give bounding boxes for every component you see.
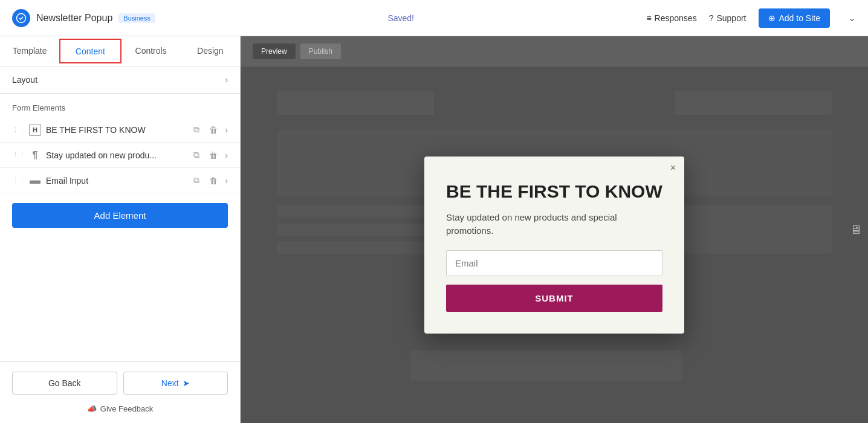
app-logo xyxy=(12,9,30,27)
popup-body: BE THE FIRST TO KNOW Stay updated on new… xyxy=(424,157,684,334)
popup-close-button[interactable]: × xyxy=(670,163,676,173)
business-badge: Business xyxy=(118,13,155,23)
element-row-heading[interactable]: ⋮⋮ H BE THE FIRST TO KNOW ⧉ 🗑 › xyxy=(0,117,240,143)
popup-overlay: × BE THE FIRST TO KNOW Stay updated on n… xyxy=(241,66,868,423)
add-icon: ⊕ xyxy=(768,13,776,23)
popup-title: BE THE FIRST TO KNOW xyxy=(446,181,662,202)
bottom-actions: Go Back Next ➤ xyxy=(0,361,240,404)
input-type-icon: ▬ xyxy=(29,175,41,187)
element-1-chevron-icon[interactable]: › xyxy=(225,125,228,135)
tab-controls[interactable]: Controls xyxy=(121,36,181,66)
delete-icon-3[interactable]: 🗑 xyxy=(207,175,220,187)
element-1-actions: ⧉ 🗑 › xyxy=(191,123,228,136)
main-layout: Template Content Controls Design Layout … xyxy=(0,36,868,423)
element-3-actions: ⧉ 🗑 › xyxy=(191,174,228,187)
top-bar: Newsletter Popup Business Saved! ≡ Respo… xyxy=(0,0,868,36)
tab-template[interactable]: Template xyxy=(0,36,59,66)
element-row-email[interactable]: ⋮⋮ ▬ Email Input ⧉ 🗑 › xyxy=(0,168,240,193)
top-bar-actions: ≡ Responses ? Support ⊕ Add to Site ⌄ xyxy=(646,8,856,28)
delete-icon-2[interactable]: 🗑 xyxy=(207,149,220,161)
element-2-actions: ⧉ 🗑 › xyxy=(191,149,228,161)
popup-subtitle: Stay updated on new products and special… xyxy=(446,211,662,238)
left-panel: Template Content Controls Design Layout … xyxy=(0,36,241,423)
feedback-row[interactable]: 📣 Give Feedback xyxy=(0,404,240,423)
canvas-top-buttons: Preview Publish xyxy=(253,44,341,59)
next-arrow-icon: ➤ xyxy=(183,378,190,388)
bottom-section: Go Back Next ➤ 📣 Give Feedback xyxy=(0,361,240,423)
layout-chevron-icon: › xyxy=(225,75,228,85)
form-elements-label: Form Elements xyxy=(0,94,240,117)
popup-submit-button[interactable]: SUBMIT xyxy=(446,285,662,312)
feedback-icon: 📣 xyxy=(87,404,97,413)
canvas-area: Preview Publish 🖥 × BE THE FIRST TO KNOW… xyxy=(241,36,868,423)
add-element-button[interactable]: Add Element xyxy=(12,203,228,228)
drag-handle-1[interactable]: ⋮⋮ xyxy=(12,126,25,134)
saved-status: Saved! xyxy=(155,13,647,23)
duplicate-icon-1[interactable]: ⧉ xyxy=(191,123,202,136)
preview-button[interactable]: Preview xyxy=(253,44,296,59)
go-back-button[interactable]: Go Back xyxy=(12,372,117,395)
support-link[interactable]: ? Support xyxy=(709,13,747,23)
text-type-icon: ¶ xyxy=(29,149,41,161)
responses-link[interactable]: ≡ Responses xyxy=(646,13,696,23)
popup-email-input[interactable] xyxy=(446,250,662,276)
tabs-bar: Template Content Controls Design xyxy=(0,36,240,66)
drag-handle-2[interactable]: ⋮⋮ xyxy=(12,151,25,159)
tab-design[interactable]: Design xyxy=(181,36,240,66)
support-icon: ? xyxy=(709,13,714,23)
heading-type-icon: H xyxy=(29,124,41,136)
duplicate-icon-2[interactable]: ⧉ xyxy=(191,149,202,161)
popup-modal: × BE THE FIRST TO KNOW Stay updated on n… xyxy=(424,157,684,334)
svg-point-0 xyxy=(17,13,26,22)
drag-handle-3[interactable]: ⋮⋮ xyxy=(12,176,25,184)
element-3-chevron-icon[interactable]: › xyxy=(225,176,228,186)
element-2-chevron-icon[interactable]: › xyxy=(225,150,228,160)
next-button[interactable]: Next ➤ xyxy=(123,372,228,395)
element-row-subtitle[interactable]: ⋮⋮ ¶ Stay updated on new produ... ⧉ 🗑 › xyxy=(0,143,240,168)
layout-row[interactable]: Layout › xyxy=(0,66,240,94)
add-to-site-button[interactable]: ⊕ Add to Site xyxy=(759,8,831,28)
canvas-top-bar: Preview Publish xyxy=(241,36,868,66)
publish-button[interactable]: Publish xyxy=(300,44,341,59)
add-element-section: Add Element xyxy=(0,193,240,237)
panel-content: Layout › Form Elements ⋮⋮ H BE THE FIRST… xyxy=(0,66,240,361)
app-title: Newsletter Popup xyxy=(36,13,112,24)
top-bar-chevron-icon[interactable]: ⌄ xyxy=(848,12,856,24)
tab-content[interactable]: Content xyxy=(59,39,121,63)
responses-icon: ≡ xyxy=(646,13,651,23)
delete-icon-1[interactable]: 🗑 xyxy=(207,124,220,136)
duplicate-icon-3[interactable]: ⧉ xyxy=(191,174,202,187)
